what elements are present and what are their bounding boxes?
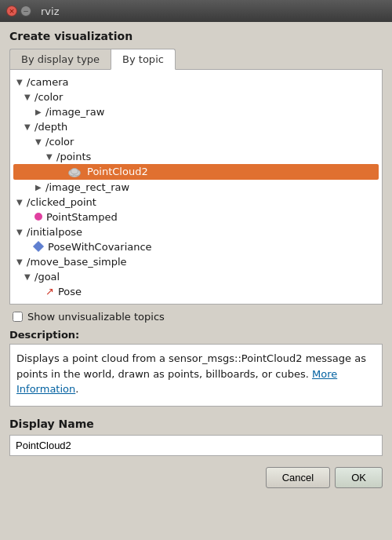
arrow-icon: ▼	[24, 93, 32, 101]
arrow-icon: ▼	[16, 257, 24, 266]
dialog-buttons: Cancel OK	[9, 467, 383, 488]
arrow-icon: ▼	[24, 272, 32, 281]
dialog-content: Create visualization By display type By …	[0, 22, 392, 496]
tree-item-move-base-simple[interactable]: ▼ /move_base_simple	[13, 254, 379, 269]
tree-item-image-rect-raw[interactable]: ▶ /image_rect_raw	[13, 180, 379, 195]
tree-item-goal[interactable]: ▼ /goal	[13, 269, 379, 284]
diamond-icon	[33, 241, 44, 252]
tree-item-initialpose[interactable]: ▼ /initialpose	[13, 224, 379, 239]
tree-item-camera-depth-color-points[interactable]: ▼ /points	[13, 149, 379, 164]
tree-item-pointcloud2[interactable]: PointCloud2	[13, 164, 379, 180]
arrow-icon: ▶	[35, 183, 43, 192]
cloud-icon	[67, 166, 82, 178]
arrow-icon: ▼	[16, 228, 24, 236]
tree-item-label: PointCloud2	[87, 166, 148, 177]
tree-item-label: /clicked_point	[27, 196, 96, 208]
window-title: rviz	[41, 5, 59, 17]
tree-item-label: /color	[45, 136, 74, 148]
tree-item-clicked-point[interactable]: ▼ /clicked_point	[13, 195, 379, 210]
arrow-icon: ▼	[35, 137, 43, 146]
show-unvisualizable-row: Show unvisualizable topics	[9, 305, 383, 329]
description-label: Description:	[9, 329, 383, 341]
tab-by-topic[interactable]: By topic	[111, 49, 176, 70]
svg-point-3	[71, 168, 78, 173]
tree-item-label: Pose	[58, 286, 82, 297]
tab-bar: By display type By topic	[9, 49, 383, 70]
arrow-icon: ▼	[16, 198, 24, 206]
tree-item-label: /initialpose	[27, 226, 82, 238]
arrow-icon: ▼	[46, 152, 54, 161]
tree-item-label: /color	[34, 91, 63, 103]
tree-item-label: /move_base_simple	[27, 256, 127, 268]
tree-item-label: /image_raw	[45, 106, 104, 118]
show-unvisualizable-checkbox[interactable]	[13, 312, 23, 322]
tree-item-camera[interactable]: ▼ /camera	[13, 75, 379, 89]
tab-by-display-type[interactable]: By display type	[9, 49, 111, 70]
titlebar: × − rviz	[0, 0, 392, 22]
show-unvisualizable-label[interactable]: Show unvisualizable topics	[27, 311, 165, 323]
tree-item-label: PoseWithCovariance	[48, 241, 152, 253]
tree-item-camera-depth-color[interactable]: ▼ /color	[13, 134, 379, 149]
arrow-icon: ▶	[35, 108, 43, 116]
arrow-icon: ▼	[16, 78, 24, 86]
tree-item-label: PointStamped	[46, 211, 118, 223]
topic-tree[interactable]: ▼ /camera ▼ /color ▶ /image_raw ▼ /depth…	[9, 69, 383, 305]
tree-item-point-stamped[interactable]: PointStamped	[13, 210, 379, 224]
tree-item-label: /camera	[27, 76, 68, 88]
dot-pink-icon	[34, 213, 42, 221]
tree-item-label: /depth	[34, 121, 67, 133]
arrow-red-icon: ↗	[45, 286, 54, 297]
tree-item-pose[interactable]: ↗ Pose	[13, 284, 379, 299]
close-button[interactable]: ×	[6, 5, 17, 16]
description-section: Description: Displays a point cloud from…	[9, 329, 383, 407]
dialog-title: Create visualization	[9, 30, 383, 42]
tree-item-label: /image_rect_raw	[45, 181, 129, 193]
tree-item-camera-depth[interactable]: ▼ /depth	[13, 119, 379, 134]
tree-item-label: /goal	[34, 271, 60, 283]
tree-item-camera-color-image-raw[interactable]: ▶ /image_raw	[13, 104, 379, 119]
cancel-button[interactable]: Cancel	[266, 467, 330, 488]
display-name-label: Display Name	[9, 418, 383, 430]
ok-button[interactable]: OK	[335, 467, 383, 488]
description-text-after: .	[75, 383, 78, 395]
description-box: Displays a point cloud from a sensor_msg…	[9, 344, 383, 407]
display-name-input[interactable]	[9, 435, 383, 456]
tree-item-camera-color[interactable]: ▼ /color	[13, 89, 379, 104]
tree-item-label: /points	[56, 151, 91, 162]
minimize-button[interactable]: −	[20, 5, 31, 16]
tree-item-pose-with-covariance[interactable]: PoseWithCovariance	[13, 239, 379, 254]
window-controls: × −	[6, 5, 31, 16]
arrow-icon: ▼	[24, 122, 32, 131]
